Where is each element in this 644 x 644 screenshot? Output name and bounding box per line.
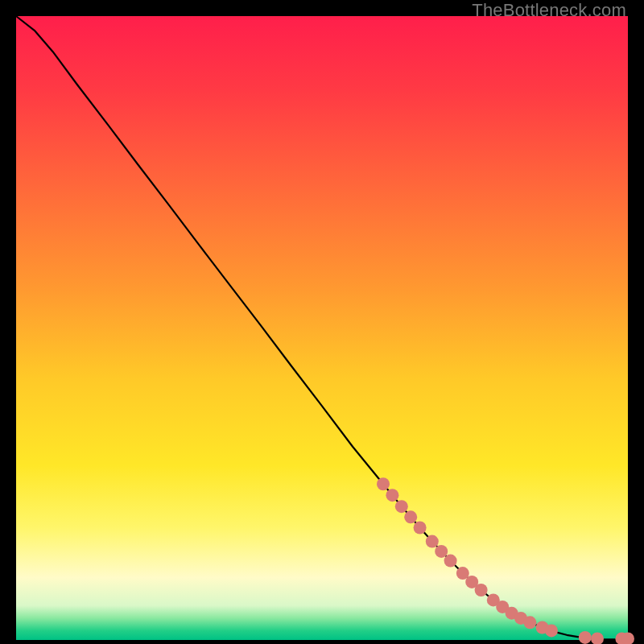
data-marker: [435, 545, 448, 558]
data-marker: [523, 616, 536, 629]
data-marker: [386, 489, 398, 502]
data-marker: [475, 584, 488, 597]
data-marker: [444, 555, 457, 568]
data-marker: [404, 510, 417, 523]
data-marker: [426, 535, 439, 548]
data-marker: [545, 624, 558, 637]
data-marker: [395, 500, 408, 513]
bottleneck-chart: [16, 16, 628, 640]
data-marker: [579, 631, 592, 644]
data-marker: [377, 477, 390, 490]
gradient-background: [16, 16, 628, 640]
data-marker: [414, 522, 427, 535]
